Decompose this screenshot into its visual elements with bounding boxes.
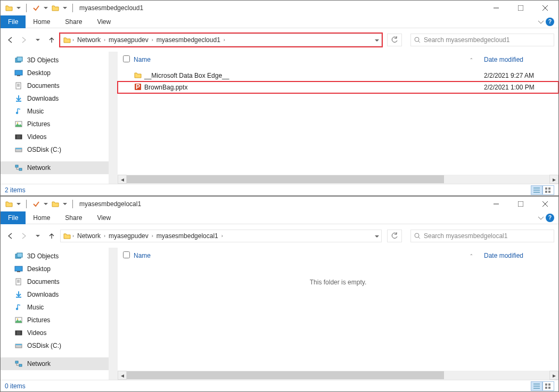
scroll-right-button[interactable]: ▸	[549, 371, 558, 380]
sidebar-item-desktop[interactable]: Desktop	[1, 263, 109, 275]
titlebar[interactable]: myasesmbedgecloud1	[1, 1, 558, 15]
chevron-right-icon[interactable]: ›	[104, 233, 105, 239]
column-headers[interactable]: Name⌃ Date modified	[118, 248, 558, 264]
select-all-checkbox[interactable]	[123, 55, 130, 62]
home-tab[interactable]: Home	[26, 15, 57, 28]
chevron-right-icon[interactable]: ›	[104, 37, 105, 43]
sidebar-item-3d[interactable]: 3D Objects	[1, 54, 109, 67]
address-dropdown-icon[interactable]	[375, 232, 379, 240]
column-name[interactable]: Name⌃	[134, 56, 484, 63]
chevron-right-icon[interactable]: ›	[152, 37, 153, 43]
folder-icon[interactable]	[50, 3, 61, 13]
sidebar-item-desktop[interactable]: Desktop	[1, 67, 109, 79]
checkmark-icon[interactable]	[31, 3, 42, 13]
qat-dropdown[interactable]	[43, 3, 49, 13]
forward-button[interactable]	[19, 34, 29, 46]
search-box[interactable]: Search myasesmbedgecloud1	[410, 34, 554, 46]
scroll-right-button[interactable]: ▸	[549, 175, 558, 184]
share-tab[interactable]: Share	[57, 15, 89, 28]
refresh-button[interactable]	[387, 230, 402, 242]
qat-dropdown[interactable]	[15, 3, 22, 13]
breadcrumb-item[interactable]: myasegpudev	[106, 232, 151, 240]
search-box[interactable]: Search myasesmbedgelocal1	[410, 230, 554, 242]
sidebar-item-documents[interactable]: Documents	[1, 79, 109, 92]
file-row[interactable]: P BrownBag.pptx 2/2/2021 1:00 PM	[118, 81, 558, 93]
breadcrumb-item[interactable]: Network	[75, 232, 103, 240]
address-bar[interactable]: ›Network›myasegpudev›myasesmbedgecloud1›	[60, 34, 382, 46]
sidebar-item-pictures[interactable]: Pictures	[1, 118, 109, 130]
ribbon-expand-icon[interactable]	[538, 18, 544, 26]
address-bar[interactable]: ›Network›myasegpudev›myasesmbedgelocal1›	[60, 230, 382, 242]
icons-view-button[interactable]	[542, 185, 554, 195]
maximize-button[interactable]	[508, 197, 533, 211]
maximize-button[interactable]	[508, 1, 533, 15]
up-button[interactable]	[46, 230, 57, 242]
qat-dropdown[interactable]	[43, 199, 49, 209]
column-date[interactable]: Date modified	[484, 252, 558, 259]
chevron-right-icon[interactable]: ›	[221, 233, 223, 239]
sidebar-item-network[interactable]: Network	[1, 161, 109, 174]
column-name[interactable]: Name⌃	[134, 252, 484, 259]
minimize-button[interactable]	[484, 1, 508, 15]
column-headers[interactable]: Name⌃ Date modified	[118, 52, 558, 68]
horizontal-scrollbar[interactable]: ◂ ▸	[118, 175, 558, 184]
sidebar-item-music[interactable]: Music	[1, 301, 109, 314]
view-tab[interactable]: View	[89, 15, 118, 28]
folder-icon[interactable]	[4, 199, 14, 209]
sidebar-item-downloads[interactable]: Downloads	[1, 92, 109, 105]
scroll-thumb[interactable]	[127, 175, 444, 183]
home-tab[interactable]: Home	[26, 211, 57, 224]
refresh-button[interactable]	[387, 34, 402, 46]
details-view-button[interactable]	[531, 381, 542, 391]
forward-button[interactable]	[19, 230, 29, 242]
horizontal-scrollbar[interactable]: ◂ ▸	[118, 371, 558, 380]
close-button[interactable]	[533, 197, 557, 211]
sidebar-scrollbar[interactable]	[109, 248, 118, 380]
ribbon-expand-icon[interactable]	[538, 214, 544, 222]
breadcrumb-item[interactable]: myasegpudev	[106, 36, 151, 44]
chevron-right-icon[interactable]: ›	[72, 37, 74, 43]
sidebar-item-videos[interactable]: Videos	[1, 130, 109, 143]
icons-view-button[interactable]	[542, 381, 554, 391]
view-tab[interactable]: View	[89, 211, 118, 224]
close-button[interactable]	[533, 1, 557, 15]
sidebar-item-disk[interactable]: OSDisk (C:)	[1, 339, 109, 352]
sidebar-item-documents[interactable]: Documents	[1, 275, 109, 288]
select-all-checkbox[interactable]	[123, 251, 130, 258]
breadcrumb-item[interactable]: myasesmbedgelocal1	[154, 232, 220, 240]
scroll-left-button[interactable]: ◂	[118, 175, 127, 184]
column-date[interactable]: Date modified	[484, 56, 558, 63]
sidebar-item-network[interactable]: Network	[1, 357, 109, 370]
folder-icon[interactable]	[4, 3, 14, 13]
scroll-thumb[interactable]	[127, 371, 444, 379]
back-button[interactable]	[5, 230, 15, 242]
scroll-left-button[interactable]: ◂	[118, 371, 127, 380]
chevron-right-icon[interactable]: ›	[72, 233, 74, 239]
file-tab[interactable]: File	[1, 15, 26, 28]
titlebar[interactable]: myasesmbedgelocal1	[1, 197, 558, 211]
back-button[interactable]	[5, 34, 15, 46]
sidebar-item-3d[interactable]: 3D Objects	[1, 250, 109, 263]
minimize-button[interactable]	[484, 197, 508, 211]
qat-dropdown[interactable]	[15, 199, 22, 209]
address-dropdown-icon[interactable]	[375, 36, 379, 44]
folder-icon[interactable]	[50, 199, 61, 209]
qat-customize-dropdown[interactable]	[62, 3, 68, 13]
recent-dropdown[interactable]	[32, 230, 43, 242]
sidebar-scrollbar[interactable]	[109, 52, 118, 184]
details-view-button[interactable]	[531, 185, 542, 195]
help-button[interactable]: ?	[546, 18, 554, 26]
recent-dropdown[interactable]	[32, 34, 43, 46]
sidebar-item-music[interactable]: Music	[1, 105, 109, 118]
up-button[interactable]	[46, 34, 57, 46]
help-button[interactable]: ?	[546, 214, 554, 222]
sidebar-item-downloads[interactable]: Downloads	[1, 288, 109, 301]
chevron-right-icon[interactable]: ›	[224, 37, 225, 43]
breadcrumb-item[interactable]: Network	[75, 36, 103, 44]
file-row[interactable]: __Microsoft Data Box Edge__ 2/2/2021 9:2…	[118, 70, 558, 81]
sidebar-item-videos[interactable]: Videos	[1, 326, 109, 339]
sidebar-item-pictures[interactable]: Pictures	[1, 314, 109, 326]
chevron-right-icon[interactable]: ›	[152, 233, 153, 239]
file-tab[interactable]: File	[1, 211, 26, 224]
qat-customize-dropdown[interactable]	[62, 199, 68, 209]
